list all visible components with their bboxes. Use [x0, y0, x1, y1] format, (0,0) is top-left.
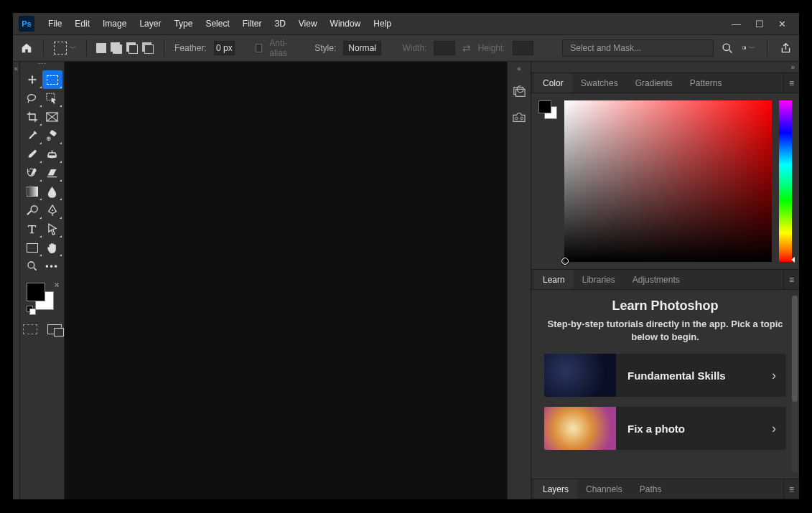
pen-tool[interactable] [42, 201, 62, 220]
dock-collapse-toggle[interactable]: « [517, 65, 521, 76]
menu-filter[interactable]: Filter [236, 13, 269, 34]
tab-layers[interactable]: Layers [534, 479, 577, 499]
default-colors-icon[interactable] [27, 306, 34, 313]
svg-rect-3 [745, 47, 746, 50]
panel-menu-icon[interactable]: ≡ [783, 270, 799, 289]
tab-paths[interactable]: Paths [631, 479, 671, 499]
color-panel-tabs: ColorSwatchesGradientsPatterns≡ [531, 73, 799, 93]
hand-tool[interactable] [42, 238, 62, 257]
gradient-tool[interactable] [22, 182, 42, 201]
quick-mask-toggle[interactable] [23, 324, 37, 334]
select-and-mask-button[interactable]: Select and Mask... [562, 39, 714, 57]
collapsed-dock: « [507, 62, 531, 499]
menu-layer[interactable]: Layer [133, 13, 167, 34]
home-button[interactable] [20, 42, 33, 55]
svg-point-20 [515, 117, 518, 120]
lasso-tool[interactable] [22, 89, 42, 108]
menu-view[interactable]: View [292, 13, 324, 34]
selection-intersect-icon[interactable] [142, 42, 154, 54]
options-bar: ﹀ Feather: 0 px Anti-alias Style: Normal… [13, 34, 799, 62]
close-button[interactable]: ✕ [778, 19, 786, 29]
eraser-tool[interactable] [42, 164, 62, 182]
move-tool[interactable] [22, 70, 42, 89]
learn-scrollbar[interactable] [792, 296, 798, 473]
style-select[interactable]: Normal [343, 41, 381, 55]
foreground-color-swatch[interactable] [27, 283, 45, 301]
learn-card-fundamental-skills[interactable]: Fundamental Skills › [544, 354, 786, 397]
panel-grip[interactable] [28, 63, 57, 69]
type-tool[interactable] [22, 220, 42, 238]
properties-panel-icon[interactable] [509, 108, 529, 128]
crop-tool[interactable] [22, 108, 42, 126]
tab-learn[interactable]: Learn [534, 270, 574, 289]
chevron-down-icon: ﹀ [70, 44, 76, 53]
svg-point-16 [28, 262, 34, 268]
brush-tool[interactable] [22, 145, 42, 164]
tab-adjustments[interactable]: Adjustments [624, 270, 689, 289]
dodge-tool[interactable] [22, 201, 42, 220]
search-icon[interactable] [721, 42, 734, 55]
zoom-tool[interactable] [22, 257, 42, 276]
history-panel-icon[interactable] [509, 82, 529, 102]
tab-patterns[interactable]: Patterns [681, 73, 731, 93]
learn-panel: Learn Photoshop Step-by-step tutorials d… [531, 290, 799, 479]
menu-type[interactable]: Type [167, 13, 199, 34]
panel-menu-icon[interactable]: ≡ [783, 479, 799, 499]
color-hue-slider[interactable] [779, 100, 792, 262]
foreground-background-colors[interactable]: ⤭ [27, 283, 58, 311]
left-dock-collapse[interactable]: « [13, 62, 20, 499]
tab-swatches[interactable]: Swatches [572, 73, 627, 93]
svg-point-0 [723, 44, 729, 50]
object-selection-tool[interactable] [42, 89, 62, 108]
window-controls: — ☐ ✕ [732, 19, 796, 29]
selection-subtract-icon[interactable] [126, 42, 138, 54]
height-input [513, 41, 533, 55]
document-canvas[interactable] [65, 62, 507, 499]
tab-color[interactable]: Color [534, 73, 572, 93]
menu-window[interactable]: Window [324, 13, 368, 34]
path-selection-tool[interactable] [42, 220, 62, 238]
workspace-switcher-icon[interactable]: ﹀ [742, 42, 755, 55]
hue-slider-thumb[interactable] [791, 257, 795, 263]
menu-3d[interactable]: 3D [268, 13, 291, 34]
menu-edit[interactable]: Edit [68, 13, 96, 34]
share-icon[interactable] [779, 42, 792, 55]
feather-input[interactable]: 0 px [214, 41, 235, 55]
panel-menu-icon[interactable]: ≡ [783, 73, 799, 93]
screen-mode-toggle[interactable] [47, 324, 62, 334]
right-dock-collapse[interactable]: » [790, 63, 795, 71]
width-input [434, 41, 454, 55]
selection-new-icon[interactable] [96, 43, 106, 53]
color-picker-cursor [561, 258, 569, 265]
antialias-checkbox [256, 44, 262, 52]
tool-preset[interactable]: ﹀ [54, 34, 76, 62]
eyedropper-tool[interactable] [22, 126, 42, 145]
tab-channels[interactable]: Channels [577, 479, 631, 499]
frame-tool[interactable] [42, 108, 62, 126]
svg-rect-13 [27, 187, 38, 197]
menu-image[interactable]: Image [96, 13, 133, 34]
swap-colors-icon[interactable]: ⤭ [54, 281, 60, 288]
edit-toolbar[interactable]: ••• [42, 257, 62, 276]
menu-select[interactable]: Select [199, 13, 235, 34]
tab-gradients[interactable]: Gradients [627, 73, 681, 93]
rectangle-tool[interactable] [22, 238, 42, 257]
learn-card-fix-a-photo[interactable]: Fix a photo › [544, 407, 786, 450]
chevron-right-icon: › [772, 368, 776, 383]
rectangular-marquee-tool[interactable] [42, 70, 62, 89]
spot-healing-brush-tool[interactable] [42, 126, 62, 145]
menu-help[interactable]: Help [367, 13, 398, 34]
blur-tool[interactable] [42, 182, 62, 201]
clone-stamp-tool[interactable] [42, 145, 62, 164]
menu-file[interactable]: File [42, 13, 68, 34]
history-brush-tool[interactable] [22, 164, 42, 182]
color-panel-fgbg[interactable] [538, 100, 557, 263]
color-saturation-value-field[interactable] [564, 100, 772, 262]
tab-libraries[interactable]: Libraries [574, 270, 624, 289]
selection-add-icon[interactable] [111, 42, 122, 54]
svg-rect-8 [50, 130, 57, 136]
learn-card-thumbnail [544, 354, 616, 397]
maximize-button[interactable]: ☐ [755, 19, 764, 29]
svg-point-21 [521, 117, 523, 120]
minimize-button[interactable]: — [732, 19, 741, 29]
